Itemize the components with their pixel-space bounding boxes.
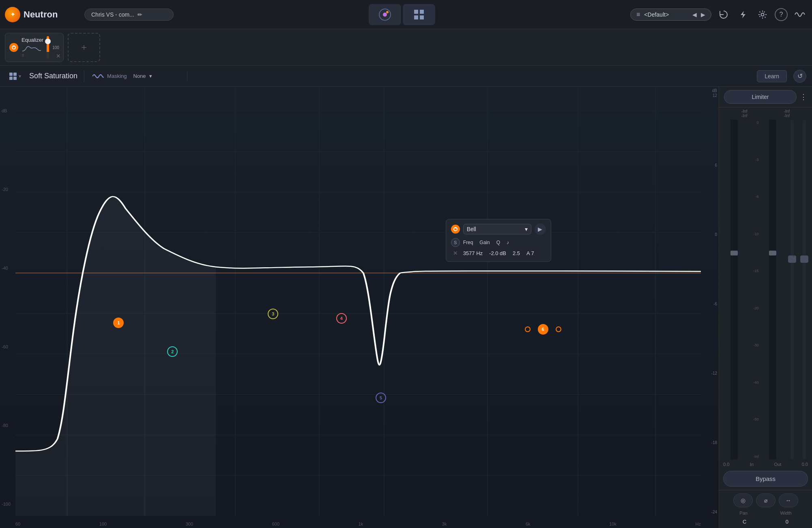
band-popup: Bell ▾ ▶ S Freq Gain Q ♪ ✕ 357 (446, 219, 551, 262)
right-panel: Limiter ⋮ -Inf -Inf -Inf -Inf (719, 87, 812, 528)
module-equalizer-title: Equalizer (21, 37, 43, 43)
module-equalizer[interactable]: Equalizer ⠿ 100 ✕ (5, 33, 64, 62)
equalizer-fader[interactable] (47, 35, 49, 60)
reset-btn[interactable]: ↺ (793, 70, 806, 83)
eq-node-2[interactable]: 2 (167, 346, 178, 357)
module-drag-handle: ⠿ (21, 54, 43, 58)
rp-out-fader-thumb[interactable] (800, 255, 808, 263)
equalizer-close-btn[interactable]: ✕ (56, 53, 61, 59)
eq-node-6-left[interactable] (525, 326, 531, 332)
meter-left (722, 120, 747, 459)
history-btn[interactable] (716, 7, 731, 22)
meter-right-thumb[interactable] (769, 251, 776, 255)
eq-canvas-area[interactable]: dB -20 -40 -60 -80 -100 dB12 6 0 -6 -12 … (0, 87, 719, 528)
settings-btn[interactable] (755, 7, 770, 22)
svg-rect-3 (414, 10, 418, 14)
meter-left-track (730, 120, 738, 459)
prev-preset-btn[interactable]: ◀ (692, 11, 697, 18)
help-btn[interactable]: ? (775, 8, 788, 21)
svg-rect-6 (420, 15, 424, 19)
rp-pan-width-labels: Pan Width (723, 511, 808, 515)
bypass-btn[interactable]: Bypass (723, 471, 808, 487)
masking-chevron: ▾ (149, 73, 152, 79)
width-value: 0 (786, 519, 788, 525)
eq-chevron-icon: ▾ (19, 73, 21, 79)
limiter-btn[interactable]: Limiter (724, 90, 797, 104)
band-power-btn[interactable] (451, 225, 460, 234)
header-right: ≡ <Default> ◀ ▶ ? (630, 7, 807, 22)
svg-point-8 (761, 13, 764, 16)
eq-node-3[interactable]: 3 (268, 309, 278, 319)
eq-node-4[interactable]: 4 (336, 313, 347, 324)
preset-bar[interactable]: Chris VS - com... ✏ (84, 9, 174, 21)
rp-inf-top: -Inf -Inf -Inf -Inf (719, 107, 812, 118)
eq-toolbar: ▾ Soft Saturation Masking None ▾ Learn ↺ (0, 66, 812, 87)
eq-node-5[interactable]: 5 (376, 393, 386, 403)
eq-node-1[interactable]: 1 (113, 318, 124, 328)
preset-name: Chris VS - com... (91, 11, 134, 18)
default-preset: <Default> (644, 11, 688, 18)
equalizer-fader-value: 100 (52, 45, 59, 50)
eq-node-6-group: 6 (525, 324, 561, 335)
band-params-labels: Freq Gain Q ♪ (463, 240, 509, 245)
band-note-value: A 7 (526, 250, 534, 256)
eq-toolbar-left: ▾ Soft Saturation (6, 71, 84, 82)
band-row3: ✕ 3577 Hz -2.0 dB 2.5 A 7 (451, 249, 546, 258)
svg-rect-11 (9, 73, 13, 76)
rp-phase-btn[interactable]: ⌀ (756, 494, 775, 507)
equalizer-power-btn[interactable] (9, 43, 18, 52)
center-tabs (180, 4, 624, 25)
eq-grid-toggle[interactable]: ▾ (6, 71, 24, 82)
rp-fader-thumb[interactable] (788, 255, 796, 263)
svg-point-1 (383, 13, 387, 17)
add-module-btn[interactable]: + (68, 33, 100, 62)
wave-icon (793, 7, 807, 22)
x-axis: 60 100 300 600 1k 3k 6k 10k Hz (15, 522, 701, 526)
masking-select[interactable]: None ▾ (130, 71, 179, 81)
edit-icon: ✏ (137, 11, 142, 18)
module-bar: Equalizer ⠿ 100 ✕ + (0, 29, 812, 66)
eq-node-6-right[interactable] (556, 326, 561, 332)
svg-point-2 (386, 11, 389, 13)
header: ✦ Neutron Chris VS - com... ✏ ≡ <Defaul (0, 0, 812, 29)
rp-out-fader[interactable] (799, 120, 810, 459)
rp-io-labels: 0.0 In Out 0.0 (719, 461, 812, 468)
svg-rect-5 (414, 15, 418, 19)
svg-rect-4 (420, 10, 424, 14)
preset-list-icon: ≡ (636, 11, 640, 18)
band-type-select[interactable]: Bell ▾ (463, 224, 531, 234)
y-axis-left: dB -20 -40 -60 -80 -100 (0, 87, 15, 528)
band-play-btn[interactable]: ▶ (535, 223, 546, 235)
band-gain-value: -2.0 dB (489, 250, 506, 256)
logo-area: ✦ Neutron (5, 7, 78, 22)
band-solo-btn[interactable]: S (451, 238, 460, 247)
eq-main: dB -20 -40 -60 -80 -100 dB12 6 0 -6 -12 … (0, 87, 812, 528)
rp-menu-btn[interactable]: ⋮ (800, 92, 807, 101)
rp-controls-row: ◎ ⌀ ↔ (723, 494, 808, 507)
band-close-btn[interactable]: ✕ (451, 249, 460, 258)
eq-svg (15, 87, 701, 516)
lightning-btn[interactable] (736, 7, 750, 22)
learn-btn[interactable]: Learn (757, 70, 787, 82)
band-q-value: 2.5 (513, 250, 520, 256)
meter-db-scale: 0 -3 -6 -10 -15 -20 -30 -40 -50 -Inf (748, 120, 759, 459)
meter-right (760, 120, 786, 459)
eq-module-name: Soft Saturation (29, 72, 77, 80)
tab-spectrum[interactable] (369, 4, 401, 25)
band-values: 3577 Hz -2.0 dB 2.5 A 7 (463, 250, 534, 256)
masking-label: Masking (107, 73, 127, 79)
pan-value: C (743, 519, 746, 525)
svg-rect-14 (13, 77, 17, 80)
rp-loop-btn[interactable]: ◎ (733, 494, 753, 507)
rp-bottom: ◎ ⌀ ↔ Pan Width C 0 (719, 490, 812, 528)
tab-grid[interactable] (403, 4, 435, 25)
app-logo-icon: ✦ (5, 7, 20, 22)
next-preset-btn[interactable]: ▶ (701, 11, 705, 18)
rp-fader[interactable] (787, 120, 797, 459)
band-popup-header: Bell ▾ ▶ (451, 223, 546, 235)
meter-left-thumb[interactable] (730, 251, 738, 255)
preset-control[interactable]: ≡ <Default> ◀ ▶ (630, 9, 711, 21)
rp-width-btn[interactable]: ↔ (779, 494, 798, 507)
eq-node-6[interactable]: 6 (538, 324, 548, 335)
rp-meters-container: 0 -3 -6 -10 -15 -20 -30 -40 -50 -Inf (719, 118, 812, 461)
